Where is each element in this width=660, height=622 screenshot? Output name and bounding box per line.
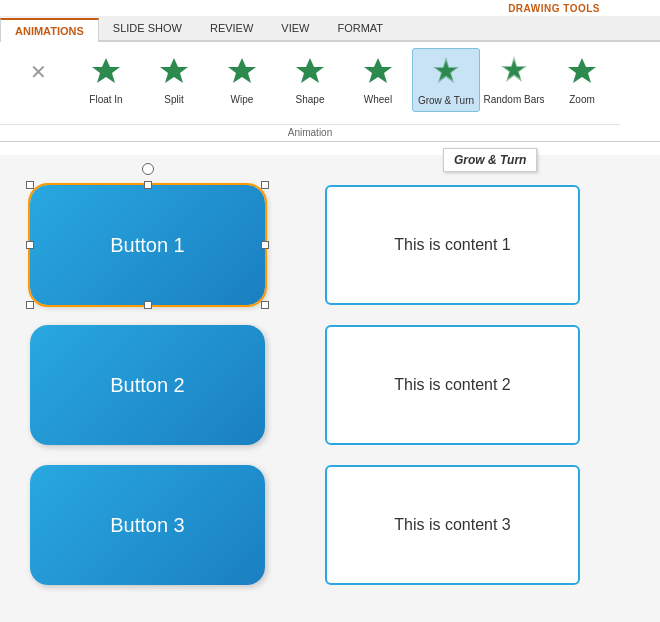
wipe-label: Wipe: [231, 94, 254, 106]
split-icon: [154, 52, 194, 92]
tab-review[interactable]: REVIEW: [196, 16, 267, 40]
anim-grow-turn[interactable]: Grow & Turn: [412, 48, 480, 112]
svg-marker-0: [92, 58, 120, 83]
handle-tm[interactable]: [144, 181, 152, 189]
anim-wheel[interactable]: Wheel: [344, 48, 412, 110]
ribbon: ✕ Float In Split: [0, 42, 660, 142]
float-in-icon: [86, 52, 126, 92]
wipe-icon: [222, 52, 262, 92]
float-in-label: Float In: [89, 94, 122, 106]
content-box-1[interactable]: This is content 1: [325, 185, 580, 305]
svg-marker-1: [160, 58, 188, 83]
shape-label: Shape: [296, 94, 325, 106]
wheel-icon: [358, 52, 398, 92]
anim-wipe[interactable]: Wipe: [208, 48, 276, 110]
drawing-tools-bar: DRAWING TOOLS: [0, 0, 660, 16]
button-2-label: Button 2: [110, 374, 185, 397]
canvas-area: Button 1 Button 2 Button 3 This is conte…: [0, 155, 660, 622]
button-1-label: Button 1: [110, 234, 185, 257]
grow-turn-label: Grow & Turn: [418, 95, 474, 107]
grow-turn-icon: [426, 53, 466, 93]
animation-group: ✕ Float In Split: [0, 46, 620, 141]
split-label: Split: [164, 94, 183, 106]
zoom-label: Zoom: [569, 94, 595, 106]
wheel-label: Wheel: [364, 94, 392, 106]
random-bars-icon: [494, 52, 534, 92]
slide-button-3[interactable]: Button 3: [30, 465, 265, 585]
content-box-2[interactable]: This is content 2: [325, 325, 580, 445]
handle-bl[interactable]: [26, 301, 34, 309]
svg-marker-2: [228, 58, 256, 83]
anim-none[interactable]: ✕: [4, 48, 72, 98]
content-box-3[interactable]: This is content 3: [325, 465, 580, 585]
tab-slideshow[interactable]: SLIDE SHOW: [99, 16, 196, 40]
handle-tl[interactable]: [26, 181, 34, 189]
random-bars-label: Random Bars: [483, 94, 544, 106]
anim-zoom[interactable]: Zoom: [548, 48, 616, 110]
anim-shape[interactable]: Shape: [276, 48, 344, 110]
shape-icon: [290, 52, 330, 92]
rotate-handle[interactable]: [142, 163, 154, 175]
none-icon: ✕: [18, 52, 58, 92]
tab-view[interactable]: VIEW: [267, 16, 323, 40]
svg-marker-9: [568, 58, 596, 83]
anim-random-bars[interactable]: Random Bars: [480, 48, 548, 110]
button-3-label: Button 3: [110, 514, 185, 537]
handle-br[interactable]: [261, 301, 269, 309]
handle-ml[interactable]: [26, 241, 34, 249]
handle-tr[interactable]: [261, 181, 269, 189]
tab-format[interactable]: FORMAT: [323, 16, 397, 40]
content-column: This is content 1 This is content 2 This…: [325, 185, 580, 585]
content-1-label: This is content 1: [394, 236, 511, 254]
ribbon-tabs: ANIMATIONS SLIDE SHOW REVIEW VIEW FORMAT: [0, 16, 660, 42]
anim-split[interactable]: Split: [140, 48, 208, 110]
buttons-column: Button 1 Button 2 Button 3: [30, 185, 265, 585]
handle-bm[interactable]: [144, 301, 152, 309]
svg-marker-3: [296, 58, 324, 83]
ribbon-items: ✕ Float In Split: [0, 46, 620, 124]
content-3-label: This is content 3: [394, 516, 511, 534]
slide-button-1[interactable]: Button 1: [30, 185, 265, 305]
svg-marker-4: [364, 58, 392, 83]
handle-mr[interactable]: [261, 241, 269, 249]
grow-turn-tooltip: Grow & Turn: [443, 148, 537, 172]
slide-button-2[interactable]: Button 2: [30, 325, 265, 445]
zoom-icon: [562, 52, 602, 92]
drawing-tools-label: DRAWING TOOLS: [508, 3, 600, 14]
animation-group-label: Animation: [0, 124, 620, 141]
content-2-label: This is content 2: [394, 376, 511, 394]
anim-float-in[interactable]: Float In: [72, 48, 140, 110]
tab-animations[interactable]: ANIMATIONS: [0, 18, 99, 42]
